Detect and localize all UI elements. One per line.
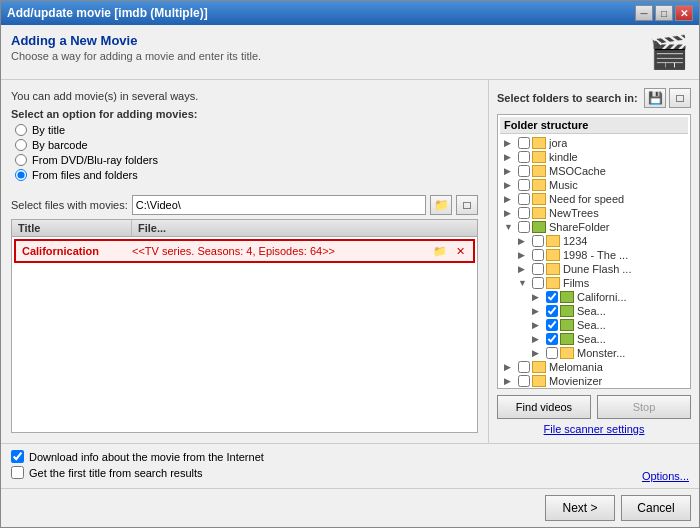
tree-label-melomania: Melomania — [549, 361, 603, 373]
view-button[interactable]: □ — [456, 195, 478, 215]
tree-checkbox-monster[interactable] — [546, 347, 558, 359]
tree-item-sharefolder[interactable]: ▼ ShareFolder — [500, 220, 688, 234]
files-input[interactable] — [132, 195, 426, 215]
radio-by-barcode[interactable]: By barcode — [15, 139, 478, 151]
folder-icon — [546, 263, 560, 275]
save-structure-button[interactable]: 💾 — [644, 88, 666, 108]
page-subtitle: Choose a way for adding a movie and ente… — [11, 50, 641, 62]
browse-button[interactable]: 📁 — [430, 195, 452, 215]
tree-item-kindle[interactable]: ▶ kindle — [500, 150, 688, 164]
tree-checkbox-sea2[interactable] — [546, 319, 558, 331]
folder-icon — [532, 361, 546, 373]
tree-item-californi[interactable]: ▶ Californi... — [500, 290, 688, 304]
radio-by-barcode-label: By barcode — [32, 139, 88, 151]
col-file: File... — [132, 220, 477, 236]
tree-checkbox-music1[interactable] — [518, 179, 530, 191]
tree-checkbox-sea1[interactable] — [546, 305, 558, 317]
radio-from-dvd[interactable]: From DVD/Blu-ray folders — [15, 154, 478, 166]
radio-from-dvd-label: From DVD/Blu-ray folders — [32, 154, 158, 166]
next-button[interactable]: Next > — [545, 495, 615, 521]
tree-item-melomania[interactable]: ▶ Melomania — [500, 360, 688, 374]
table-row[interactable]: Californication <<TV series. Seasons: 4,… — [14, 239, 475, 263]
tree-arrow: ▶ — [532, 306, 544, 316]
tree-item-sea3[interactable]: ▶ Sea... — [500, 332, 688, 346]
tree-item-films[interactable]: ▼ Films — [500, 276, 688, 290]
find-videos-button[interactable]: Find videos — [497, 395, 591, 419]
tree-checkbox-needforspeed[interactable] — [518, 193, 530, 205]
tree-arrow: ▶ — [532, 292, 544, 302]
tree-item-newtrees[interactable]: ▶ NewTrees — [500, 206, 688, 220]
row-title: Californication — [18, 244, 128, 258]
radio-from-files-input[interactable] — [15, 169, 27, 181]
tree-arrow: ▶ — [504, 362, 516, 372]
scanner-link[interactable]: File scanner settings — [497, 423, 691, 435]
row-actions: 📁 ✕ — [431, 243, 471, 259]
folder-icon — [532, 137, 546, 149]
right-panel: Select folders to search in: 💾 □ Folder … — [489, 80, 699, 443]
row-delete-button[interactable]: ✕ — [451, 243, 469, 259]
new-structure-button[interactable]: □ — [669, 88, 691, 108]
tree-checkbox-melomania[interactable] — [518, 361, 530, 373]
tree-checkbox-californi[interactable] — [546, 291, 558, 303]
tree-item-needforspeed[interactable]: ▶ Need for speed — [500, 192, 688, 206]
bottom-section: Download info about the movie from the I… — [1, 443, 699, 488]
tree-checkbox-jora[interactable] — [518, 137, 530, 149]
radio-from-dvd-input[interactable] — [15, 154, 27, 166]
checkbox-download-input[interactable] — [11, 450, 24, 463]
tree-arrow: ▶ — [504, 180, 516, 190]
tree-checkbox-films[interactable] — [532, 277, 544, 289]
tree-checkbox-kindle[interactable] — [518, 151, 530, 163]
tree-item-music1[interactable]: ▶ Music — [500, 178, 688, 192]
tree-label-kindle: kindle — [549, 151, 578, 163]
tree-label-sharefolder: ShareFolder — [549, 221, 610, 233]
folder-tree: Folder structure ▶ jora ▶ kindle ▶ — [497, 114, 691, 389]
find-buttons: Find videos Stop — [497, 395, 691, 419]
tree-checkbox-newtrees[interactable] — [518, 207, 530, 219]
tree-checkbox-1234[interactable] — [532, 235, 544, 247]
cancel-button[interactable]: Cancel — [621, 495, 691, 521]
options-link[interactable]: Options... — [642, 470, 689, 482]
radio-by-title-input[interactable] — [15, 124, 27, 136]
radio-by-title[interactable]: By title — [15, 124, 478, 136]
header-area: Adding a New Movie Choose a way for addi… — [1, 25, 699, 80]
tree-checkbox-1998[interactable] — [532, 249, 544, 261]
tree-checkbox-movienizer[interactable] — [518, 375, 530, 387]
tree-item-sea1[interactable]: ▶ Sea... — [500, 304, 688, 318]
tree-item-movienizer[interactable]: ▶ Movienizer — [500, 374, 688, 388]
files-label: Select files with movies: — [11, 199, 128, 211]
row-edit-button[interactable]: 📁 — [431, 243, 449, 259]
tree-arrow: ▶ — [504, 376, 516, 386]
tree-label-sea1: Sea... — [577, 305, 606, 317]
tree-arrow: ▶ — [532, 334, 544, 344]
files-row: Select files with movies: 📁 □ — [11, 195, 478, 215]
tree-item-msocache[interactable]: ▶ MSOCache — [500, 164, 688, 178]
checkbox-group: Download info about the movie from the I… — [11, 450, 264, 482]
tree-item-jora[interactable]: ▶ jora — [500, 136, 688, 150]
tree-item-1998[interactable]: ▶ 1998 - The ... — [500, 248, 688, 262]
tree-item-music2[interactable]: ▶ Music — [500, 388, 688, 389]
checkbox-first-title[interactable]: Get the first title from search results — [11, 466, 264, 479]
checkbox-first-title-input[interactable] — [11, 466, 24, 479]
close-button[interactable]: ✕ — [675, 5, 693, 21]
tree-item-1234[interactable]: ▶ 1234 — [500, 234, 688, 248]
maximize-button[interactable]: □ — [655, 5, 673, 21]
folder-icon-green — [560, 333, 574, 345]
tree-item-sea2[interactable]: ▶ Sea... — [500, 318, 688, 332]
tree-arrow: ▼ — [504, 222, 516, 232]
tree-label-msocache: MSOCache — [549, 165, 606, 177]
tree-label-sea3: Sea... — [577, 333, 606, 345]
tree-item-monster[interactable]: ▶ Monster... — [500, 346, 688, 360]
folder-icon — [532, 375, 546, 387]
radio-from-files[interactable]: From files and folders — [15, 169, 478, 181]
tree-item-dune[interactable]: ▶ Dune Flash ... — [500, 262, 688, 276]
tree-checkbox-sharefolder[interactable] — [518, 221, 530, 233]
radio-by-title-label: By title — [32, 124, 65, 136]
minimize-button[interactable]: ─ — [635, 5, 653, 21]
col-title: Title — [12, 220, 132, 236]
tree-checkbox-msocache[interactable] — [518, 165, 530, 177]
stop-button[interactable]: Stop — [597, 395, 691, 419]
radio-by-barcode-input[interactable] — [15, 139, 27, 151]
checkbox-download[interactable]: Download info about the movie from the I… — [11, 450, 264, 463]
tree-checkbox-sea3[interactable] — [546, 333, 558, 345]
tree-checkbox-dune[interactable] — [532, 263, 544, 275]
